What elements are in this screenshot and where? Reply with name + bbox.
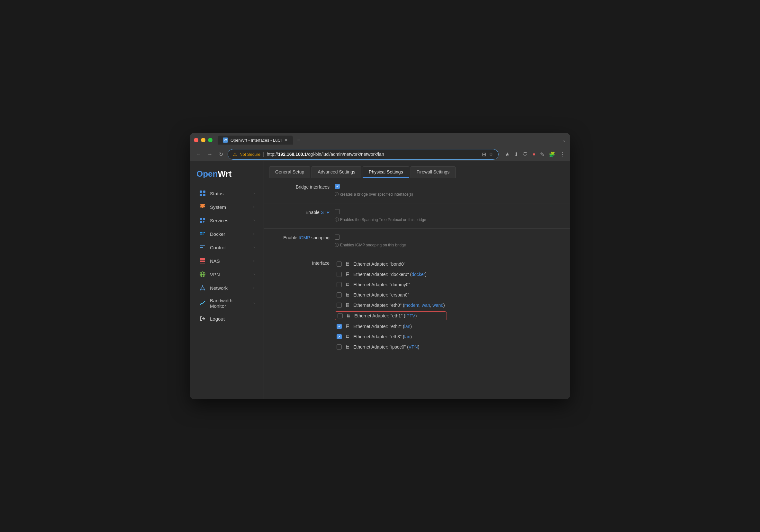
system-chevron-icon: › — [253, 205, 255, 209]
docker0-label: Ethernet Adapter: "docker0" (docker) — [353, 272, 427, 277]
enable-igmp-checkbox[interactable] — [335, 235, 340, 240]
tab-physical[interactable]: Physical Settings — [363, 166, 409, 178]
shield-icon[interactable]: 🛡 — [521, 150, 529, 158]
menu-icon[interactable]: ⋮ — [558, 150, 566, 159]
back-button[interactable]: ← — [194, 150, 203, 158]
extension-red-icon[interactable]: ● — [531, 150, 537, 158]
bridge-interfaces-control: ⓘ creates a bridge over specified interf… — [335, 184, 413, 197]
eth0-checkbox[interactable] — [337, 303, 342, 308]
eth2-lan-link[interactable]: lan — [404, 324, 410, 329]
tab-favicon: W — [223, 138, 228, 143]
bookmark-star-icon[interactable]: ☆ — [489, 151, 493, 157]
extension-edit-icon[interactable]: ✎ — [539, 150, 546, 159]
igmp-label-prefix: Enable — [283, 235, 298, 240]
sidebar-item-system[interactable]: System › — [193, 200, 261, 214]
sidebar-item-status[interactable]: Status › — [193, 187, 261, 200]
sidebar-item-nas[interactable]: NAS › — [193, 254, 261, 268]
sidebar-label-status: Status — [210, 191, 224, 196]
tab-general[interactable]: General Setup — [269, 166, 310, 178]
url-separator: | — [263, 152, 264, 157]
igmp-info-icon: ⓘ — [335, 242, 339, 248]
sidebar-label-nas: NAS — [210, 258, 220, 264]
svg-line-19 — [201, 287, 203, 289]
eth1-label: Ethernet Adapter: "eth1" (IPTV) — [354, 313, 417, 318]
interface-item-eth2: 🖥 Ethernet Adapter: "eth2" (lan) — [335, 322, 447, 331]
dummy0-adapter-icon: 🖥 — [345, 282, 350, 288]
bridge-interfaces-checkbox[interactable] — [335, 184, 340, 189]
addressbar-row: ← → ↻ ⚠ Not Secure | http://192.168.100.… — [190, 147, 570, 161]
bookmark-icon[interactable]: ★ — [504, 150, 511, 159]
igmp-description: ⓘ Enables IGMP snooping on this bridge — [335, 242, 406, 248]
system-icon — [199, 203, 206, 210]
tab-close-button[interactable]: ✕ — [284, 138, 288, 143]
bridge-interfaces-checkbox-container — [335, 184, 413, 189]
sidebar-item-logout[interactable]: Logout — [193, 312, 261, 326]
control-icon — [199, 244, 206, 251]
dummy0-label: Ethernet Adapter: "dummy0" — [353, 282, 410, 287]
svg-rect-10 — [200, 258, 205, 260]
eth0-wan6-link[interactable]: wan6 — [433, 303, 443, 308]
ipsec0-checkbox[interactable] — [337, 344, 342, 349]
ipsec0-label: Ethernet Adapter: "ipsec0" (VPN) — [353, 344, 419, 349]
minimize-button[interactable] — [201, 138, 206, 142]
ipsec0-vpn-link[interactable]: VPN — [408, 344, 418, 349]
tab-advanced[interactable]: Advanced Settings — [311, 166, 361, 178]
bridge-interfaces-description: ⓘ creates a bridge over specified interf… — [335, 192, 413, 197]
services-icon — [199, 217, 206, 224]
nas-icon — [199, 257, 206, 264]
reload-button[interactable]: ↻ — [217, 150, 225, 159]
eth0-adapter-icon: 🖥 — [345, 302, 350, 308]
extensions-icon[interactable]: 🧩 — [547, 150, 556, 159]
eth2-checkbox[interactable] — [337, 324, 342, 329]
bandwidth-icon — [199, 300, 206, 307]
stp-link[interactable]: STP — [321, 210, 330, 215]
igmp-desc-text: Enables IGMP snooping on this bridge — [340, 243, 406, 247]
enable-stp-label: Enable STP — [272, 209, 330, 215]
main-layout: OpenWrt Status › — [190, 161, 570, 399]
content-area: General Setup Advanced Settings Physical… — [264, 161, 570, 399]
interface-item-eth3: 🖥 Ethernet Adapter: "eth3" (lan) — [335, 332, 447, 341]
docker0-checkbox[interactable] — [337, 272, 342, 277]
svg-rect-1 — [203, 191, 206, 193]
sidebar-item-services[interactable]: Services › — [193, 214, 261, 227]
eth0-modem-link[interactable]: modem — [404, 303, 419, 308]
sidebar-item-control[interactable]: Control › — [193, 241, 261, 254]
sidebar-item-vpn[interactable]: VPN › — [193, 268, 261, 281]
tab-firewall[interactable]: Firewall Settings — [410, 166, 456, 178]
eth1-iptv-link[interactable]: IPTV — [405, 313, 415, 318]
eth3-lan-link[interactable]: lan — [404, 334, 410, 339]
new-tab-button[interactable]: + — [295, 136, 303, 145]
eth3-adapter-icon: 🖥 — [345, 334, 350, 339]
interface-row: Interface 🖥 Ethernet Adapter: "bond0" 🖥 — [264, 254, 570, 357]
close-button[interactable] — [194, 138, 198, 142]
erspan0-checkbox[interactable] — [337, 292, 342, 297]
sidebar-item-network[interactable]: Network › — [193, 281, 261, 294]
bond0-checkbox[interactable] — [337, 261, 342, 267]
dummy0-checkbox[interactable] — [337, 282, 342, 287]
maximize-button[interactable] — [208, 138, 213, 142]
bridge-interfaces-row: Bridge interfaces ⓘ creates a bridge ove… — [264, 178, 570, 203]
svg-rect-9 — [200, 249, 204, 249]
nas-chevron-icon: › — [253, 259, 255, 263]
download-icon[interactable]: ⬇ — [513, 150, 520, 159]
active-tab[interactable]: W OpenWrt - Interfaces - LuCI ✕ — [218, 136, 293, 145]
bridge-interfaces-label: Bridge interfaces — [272, 184, 330, 190]
bond0-label: Ethernet Adapter: "bond0" — [353, 261, 405, 267]
qr-icon[interactable]: ⊞ — [482, 151, 486, 157]
eth3-checkbox[interactable] — [337, 334, 342, 339]
docker0-link[interactable]: docker — [411, 272, 425, 277]
address-bar[interactable]: ⚠ Not Secure | http://192.168.100.1/cgi-… — [228, 149, 499, 160]
igmp-checkbox-container — [335, 235, 406, 240]
igmp-link[interactable]: IGMP — [299, 235, 310, 240]
igmp-label-suffix: snooping — [310, 235, 330, 240]
eth2-adapter-icon: 🖥 — [345, 324, 350, 329]
titlebar: W OpenWrt - Interfaces - LuCI ✕ + ⌄ — [190, 133, 570, 147]
interface-item-docker0: 🖥 Ethernet Adapter: "docker0" (docker) — [335, 270, 447, 279]
enable-stp-checkbox[interactable] — [335, 209, 340, 214]
eth1-checkbox[interactable] — [338, 313, 343, 318]
forward-button[interactable]: → — [206, 150, 214, 158]
stp-desc-text: Enables the Spanning Tree Protocol on th… — [340, 217, 426, 222]
eth0-wan-link[interactable]: wan — [422, 303, 430, 308]
sidebar-item-docker[interactable]: Docker › — [193, 227, 261, 241]
sidebar-item-bandwidth[interactable]: Bandwidth Monitor › — [193, 294, 261, 312]
